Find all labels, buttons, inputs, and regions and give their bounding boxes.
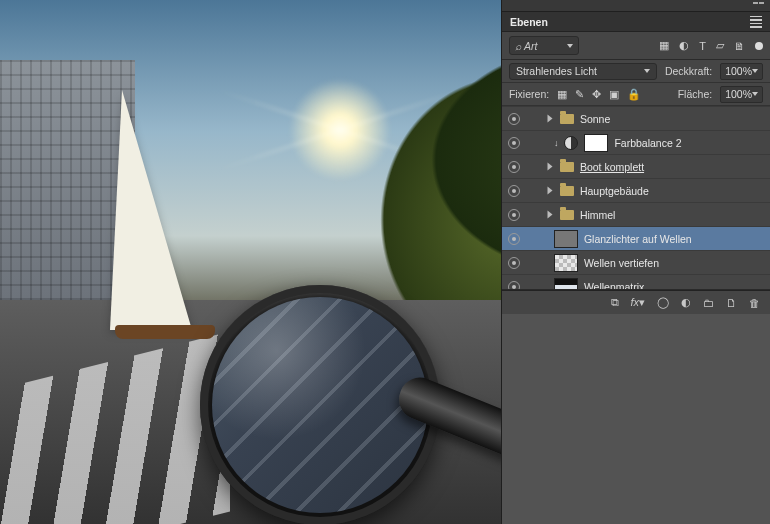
panel-tabbar[interactable]: [502, 0, 770, 12]
fx-icon[interactable]: fx▾: [630, 296, 645, 309]
filter-icon-strip: ▦ ◐ T ▱ 🗎: [659, 39, 763, 52]
fill-value: 100%: [725, 88, 752, 100]
folder-icon: [560, 114, 574, 124]
link-layers-icon[interactable]: ⧉: [611, 296, 618, 309]
lock-position-icon[interactable]: ✥: [592, 88, 601, 101]
chevron-down-icon: [752, 69, 758, 73]
layer-name[interactable]: Boot komplett: [580, 161, 764, 173]
lock-all-icon[interactable]: 🔒: [627, 88, 641, 101]
visibility-toggle[interactable]: [508, 209, 520, 221]
layer-row[interactable]: Wellen vertiefen: [502, 250, 770, 274]
fill-input[interactable]: 100%: [720, 86, 763, 103]
layer-row[interactable]: Boot komplett: [502, 154, 770, 178]
layers-list[interactable]: Sonne↓Farbbalance 2Boot komplettHauptgeb…: [502, 106, 770, 290]
layer-thumb[interactable]: [554, 278, 578, 291]
group-icon[interactable]: 🗀: [703, 297, 714, 309]
link-icon: ↓: [554, 138, 559, 148]
fill-label: Fläche:: [678, 88, 712, 100]
layers-toolbar: ⌕ Art ▦ ◐ T ▱ 🗎: [502, 32, 770, 60]
lock-icons: ▦ ✎ ✥ ▣ 🔒: [557, 88, 641, 101]
visibility-toggle[interactable]: [508, 257, 520, 269]
disclosure-icon[interactable]: [547, 115, 552, 123]
layer-name[interactable]: Glanzlichter auf Wellen: [584, 233, 764, 245]
layer-thumb[interactable]: [554, 254, 578, 272]
layer-row[interactable]: Glanzlichter auf Wellen: [502, 226, 770, 250]
layer-name[interactable]: Wellenmatrix: [584, 281, 764, 291]
layer-row[interactable]: Himmel: [502, 202, 770, 226]
disclosure-icon[interactable]: [547, 163, 552, 171]
layer-name[interactable]: Himmel: [580, 209, 764, 221]
blend-row: Strahlendes Licht Deckkraft: 100%: [502, 60, 770, 83]
opacity-label: Deckkraft:: [665, 65, 712, 77]
adjustment-icon: [564, 136, 578, 150]
chevron-down-icon: [752, 92, 758, 96]
filter-type-icon[interactable]: T: [699, 40, 706, 52]
layer-name[interactable]: Hauptgebäude: [580, 185, 764, 197]
opacity-input[interactable]: 100%: [720, 63, 763, 80]
lock-transparency-icon[interactable]: ▦: [557, 88, 567, 101]
trees: [210, 40, 501, 320]
folder-icon: [560, 186, 574, 196]
lock-artboard-icon[interactable]: ▣: [609, 88, 619, 101]
layer-row[interactable]: Wellenmatrix: [502, 274, 770, 290]
new-layer-icon[interactable]: 🗋: [726, 297, 737, 309]
lock-row: Fixieren: ▦ ✎ ✥ ▣ 🔒 Fläche: 100%: [502, 83, 770, 106]
blend-mode-select[interactable]: Strahlendes Licht: [509, 63, 657, 80]
blend-mode-value: Strahlendes Licht: [516, 65, 597, 77]
search-icon: ⌕: [515, 40, 521, 52]
layer-thumb[interactable]: [554, 230, 578, 248]
trash-icon[interactable]: 🗑: [749, 297, 760, 309]
layer-filter-select[interactable]: ⌕ Art: [509, 36, 579, 55]
sailboat-hull: [115, 325, 215, 339]
panel-empty-area: [502, 314, 770, 524]
disclosure-icon[interactable]: [547, 187, 552, 195]
filter-toggle[interactable]: [755, 42, 763, 50]
layer-name[interactable]: Sonne: [580, 113, 764, 125]
layers-bottom-bar: ⧉ fx▾ ◯ ◐ 🗀 🗋 🗑: [502, 290, 770, 314]
filter-smart-icon[interactable]: 🗎: [734, 40, 745, 52]
magnifier-glass: [212, 297, 428, 513]
visibility-toggle[interactable]: [508, 281, 520, 291]
layer-row[interactable]: ↓Farbbalance 2: [502, 130, 770, 154]
lock-label: Fixieren:: [509, 88, 549, 100]
panel-menu-icon[interactable]: [750, 16, 762, 28]
layer-row[interactable]: Hauptgebäude: [502, 178, 770, 202]
mask-thumb[interactable]: [584, 134, 608, 152]
visibility-toggle[interactable]: [508, 137, 520, 149]
mask-icon[interactable]: ◯: [657, 296, 669, 309]
panel-title-row: Ebenen: [502, 12, 770, 32]
filter-pixel-icon[interactable]: ▦: [659, 39, 669, 52]
sailboat-sail: [110, 90, 192, 330]
document-canvas[interactable]: [0, 0, 501, 524]
panel-title: Ebenen: [510, 16, 548, 28]
adjustment-icon[interactable]: ◐: [681, 296, 691, 309]
visibility-toggle[interactable]: [508, 161, 520, 173]
folder-icon: [560, 210, 574, 220]
layers-panel: Ebenen ⌕ Art ▦ ◐ T ▱ 🗎 Strahlendes Licht…: [501, 0, 770, 524]
chevron-down-icon: [644, 69, 650, 73]
layer-row[interactable]: Sonne: [502, 106, 770, 130]
visibility-toggle[interactable]: [508, 185, 520, 197]
visibility-toggle[interactable]: [508, 233, 520, 245]
layer-name[interactable]: Wellen vertiefen: [584, 257, 764, 269]
visibility-toggle[interactable]: [508, 113, 520, 125]
chevron-down-icon: [567, 44, 573, 48]
lock-pixels-icon[interactable]: ✎: [575, 88, 584, 101]
filter-kind: Art: [524, 40, 537, 52]
filter-shape-icon[interactable]: ▱: [716, 39, 724, 52]
opacity-value: 100%: [725, 65, 752, 77]
layer-name[interactable]: Farbbalance 2: [614, 137, 764, 149]
disclosure-icon[interactable]: [547, 211, 552, 219]
folder-icon: [560, 162, 574, 172]
filter-adjust-icon[interactable]: ◐: [679, 39, 689, 52]
panel-collapse-icon[interactable]: [753, 2, 764, 4]
